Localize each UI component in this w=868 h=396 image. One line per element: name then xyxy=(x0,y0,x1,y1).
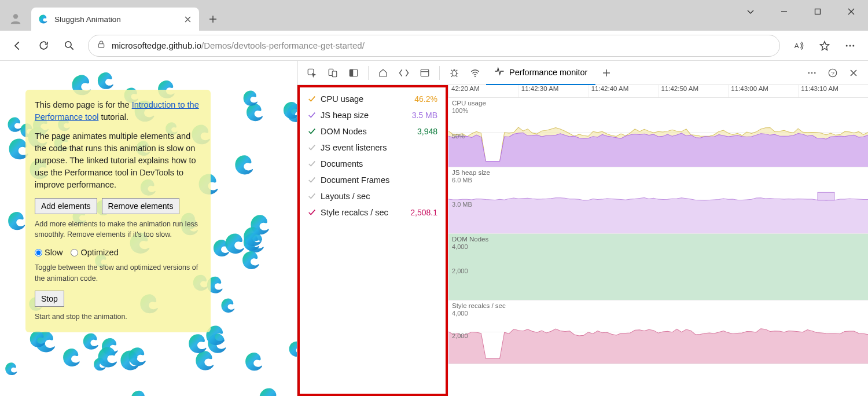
window-minimize-button[interactable] xyxy=(767,0,801,23)
favorites-button[interactable] xyxy=(814,35,836,57)
time-tick: 11:43:00 AM xyxy=(728,85,798,97)
chart-y-mid: 3.0 MB xyxy=(452,201,472,208)
performance-monitor-tab[interactable]: Performance monitor xyxy=(486,61,595,85)
metric-row-dom-nodes[interactable]: DOM Nodes3,948 xyxy=(300,123,446,140)
dock-side-button[interactable] xyxy=(344,63,363,83)
intro-paragraph: This demo page is for the Introduction t… xyxy=(35,99,201,123)
site-info-lock-icon[interactable] xyxy=(97,40,106,51)
animated-element xyxy=(242,89,260,109)
svg-point-6 xyxy=(849,45,851,46)
window-tab-actions-button[interactable] xyxy=(734,0,767,23)
window-controls xyxy=(734,0,868,23)
chart-style-recalcs-sec[interactable]: Style recalcs / sec4,0002,000 xyxy=(448,300,868,364)
activity-icon xyxy=(494,66,505,78)
devtools-close-button[interactable] xyxy=(844,63,863,83)
device-emulation-button[interactable] xyxy=(323,63,343,83)
animated-element xyxy=(258,386,281,396)
radio-slow[interactable]: Slow xyxy=(35,247,62,259)
devtools-more-button[interactable] xyxy=(802,63,822,83)
animated-element xyxy=(244,351,265,375)
chart-title: DOM Nodes xyxy=(452,236,488,243)
window-close-button[interactable] xyxy=(834,0,868,23)
svg-point-2 xyxy=(65,42,71,47)
address-url: microsoftedge.github.io/Demos/devtools-p… xyxy=(112,41,365,50)
metric-row-js-heap-size[interactable]: JS heap size3.5 MB xyxy=(300,107,446,123)
chart-js-heap-size[interactable]: JS heap size6.0 MB3.0 MB xyxy=(448,167,868,234)
animated-element xyxy=(4,361,19,379)
search-button[interactable] xyxy=(58,35,80,57)
back-button[interactable] xyxy=(7,35,29,57)
inspect-element-button[interactable] xyxy=(302,63,322,83)
metric-toggle-check-icon xyxy=(308,144,316,152)
metric-label: Style recalcs / sec xyxy=(321,208,406,217)
refresh-button[interactable] xyxy=(32,35,54,57)
devtools-help-button[interactable]: ? xyxy=(823,63,843,83)
metric-label: JS event listeners xyxy=(321,143,433,152)
metric-toggle-check-icon xyxy=(308,192,316,200)
metric-label: Documents xyxy=(321,159,433,168)
metric-row-layouts-sec[interactable]: Layouts / sec xyxy=(300,188,446,204)
helper-text-3: Start and stop the animation. xyxy=(35,311,201,322)
animated-element xyxy=(6,116,24,135)
stop-button[interactable]: Stop xyxy=(35,291,64,307)
chart-y-top: 4,000 xyxy=(452,243,468,250)
metric-value: 3,948 xyxy=(417,127,437,136)
helper-text-1: Add more elements to make the animation … xyxy=(35,219,201,240)
address-bar[interactable]: microsoftedge.github.io/Demos/devtools-p… xyxy=(88,35,780,57)
chart-title: CPU usage xyxy=(452,100,486,107)
animated-element xyxy=(28,329,47,351)
animated-element xyxy=(96,345,120,372)
browser-titlebar: Sluggish Animation xyxy=(0,0,868,31)
metric-toggle-check-icon xyxy=(308,127,316,135)
network-conditions-icon[interactable] xyxy=(465,63,485,83)
devtools-toolbar: Performance monitor ? xyxy=(297,61,868,85)
svg-point-18 xyxy=(814,72,816,74)
time-tick: 11:42:50 AM xyxy=(658,85,728,97)
more-tabs-button[interactable] xyxy=(597,63,616,83)
metric-toggle-check-icon xyxy=(308,95,316,103)
svg-point-14 xyxy=(452,71,457,76)
add-elements-button[interactable]: Add elements xyxy=(35,198,97,214)
chart-y-top: 100% xyxy=(452,107,468,114)
new-tab-button[interactable] xyxy=(204,10,222,28)
metric-row-js-event-listeners[interactable]: JS event listeners xyxy=(300,140,446,156)
read-aloud-button[interactable]: A xyxy=(788,35,810,57)
performance-monitor-tab-label: Performance monitor xyxy=(509,68,587,77)
metric-row-document-frames[interactable]: Document Frames xyxy=(300,172,446,188)
remove-elements-button[interactable]: Remove elements xyxy=(102,198,180,214)
metric-label: JS heap size xyxy=(321,111,407,120)
svg-rect-10 xyxy=(332,71,337,77)
svg-point-17 xyxy=(811,72,813,74)
time-tick: 11:42:30 AM xyxy=(518,85,589,97)
page-viewport: This demo page is for the Introduction t… xyxy=(0,61,297,396)
animated-element xyxy=(282,100,297,123)
sources-tab-icon[interactable] xyxy=(394,63,414,83)
metric-row-cpu-usage[interactable]: CPU usage46.2% xyxy=(300,91,446,107)
svg-text:A: A xyxy=(795,42,799,49)
radio-optimized[interactable]: Optimized xyxy=(71,247,118,259)
charts-panel: 42:20 AM11:42:30 AM11:42:40 AM11:42:50 A… xyxy=(448,85,868,396)
chart-dom-nodes[interactable]: DOM Nodes4,0002,000 xyxy=(448,234,868,300)
welcome-tab-icon[interactable] xyxy=(373,63,393,83)
svg-point-5 xyxy=(846,45,848,46)
svg-rect-12 xyxy=(350,69,353,76)
metric-row-documents[interactable]: Documents xyxy=(300,156,446,172)
devtools-panel: Performance monitor ? CPU usage46.2%JS h… xyxy=(297,61,868,396)
settings-more-button[interactable] xyxy=(839,35,861,57)
profile-button[interactable] xyxy=(6,9,25,28)
metric-label: DOM Nodes xyxy=(321,127,413,136)
metric-label: Layouts / sec xyxy=(321,192,433,201)
animated-element xyxy=(61,347,83,371)
animated-element xyxy=(127,346,149,370)
chart-cpu-usage[interactable]: CPU usage100%50% xyxy=(448,98,868,167)
metric-row-style-recalcs-sec[interactable]: Style recalcs / sec2,508.1 xyxy=(300,204,446,221)
animated-element xyxy=(6,210,28,234)
animated-element xyxy=(130,389,149,396)
application-tab-icon[interactable] xyxy=(415,63,435,83)
debug-tab-icon[interactable] xyxy=(444,63,464,83)
chart-y-top: 6.0 MB xyxy=(452,177,472,184)
svg-rect-13 xyxy=(421,69,429,76)
tab-close-button[interactable] xyxy=(183,14,192,24)
window-maximize-button[interactable] xyxy=(801,0,834,23)
browser-tab[interactable]: Sluggish Animation xyxy=(31,8,199,31)
